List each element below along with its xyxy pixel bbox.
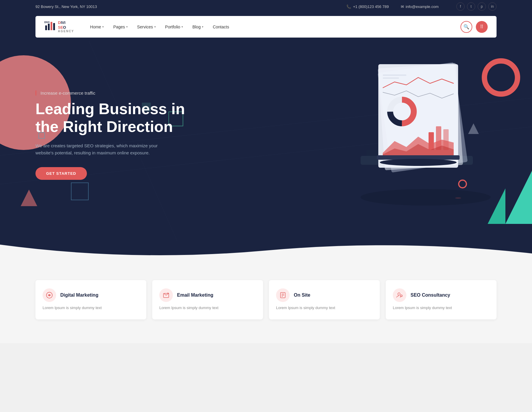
phone-number: +1 (800)123 456 789 [353, 4, 389, 9]
service-card-digital: Digital Marketing Lorem Ipsum is simply … [35, 280, 146, 319]
hero-illustration [343, 49, 508, 221]
search-button[interactable]: 🔍 [460, 21, 472, 33]
nav-pages[interactable]: Pages ▾ [109, 22, 132, 32]
svg-point-26 [49, 295, 50, 296]
seo-consultancy-icon [393, 288, 406, 302]
logo-text: DIVI SEO AGENCY [58, 20, 74, 33]
email-address: info@example.com [406, 4, 439, 9]
email-contact: ✉ info@example.com [401, 4, 439, 9]
pinterest-icon[interactable]: p [478, 2, 486, 11]
svg-point-32 [398, 293, 400, 295]
hero-section: Increase e-commerce traffic Leading Busi… [0, 41, 532, 242]
service-card-header-email: Email Marketing [159, 288, 256, 302]
get-started-button[interactable]: GET STARTED [35, 167, 87, 180]
nav-contacts[interactable]: Contacts [209, 22, 233, 32]
service-card-header-seo: SEO Consultancy [393, 288, 489, 302]
service-desc-email: Lorem Ipsum is simply dummy text [159, 305, 256, 311]
service-card-header-digital: Digital Marketing [43, 288, 139, 302]
chevron-down-icon: ▾ [102, 25, 104, 28]
search-icon: 🔍 [463, 24, 469, 30]
svg-rect-2 [51, 22, 52, 30]
facebook-icon[interactable]: f [456, 2, 465, 11]
header-wrapper: DIVI DIVI SEO AGENCY Home ▾ Pages ▾ Serv… [0, 13, 532, 41]
twitter-icon[interactable]: t [467, 2, 475, 11]
hero-eyebrow: Increase e-commerce traffic [35, 91, 189, 96]
chevron-down-icon: ▾ [126, 25, 128, 28]
chevron-down-icon: ▾ [202, 25, 203, 28]
instagram-icon[interactable]: in [488, 2, 497, 11]
services-grid: Digital Marketing Lorem Ipsum is simply … [35, 280, 497, 319]
service-title-digital: Digital Marketing [60, 293, 98, 298]
service-card-seo: SEO Consultancy Lorem Ipsum is simply du… [386, 280, 497, 319]
hero-square4 [71, 182, 89, 200]
service-card-header-onsite: On Site [276, 288, 373, 302]
service-desc-seo: Lorem Ipsum is simply dummy text [393, 305, 489, 311]
email-icon: ✉ [401, 4, 404, 9]
hero-subtitle: We are creates targeted SEO strategies, … [35, 142, 160, 156]
grid-icon: ⠿ [480, 24, 484, 30]
svg-point-25 [380, 159, 457, 166]
address: 92 Bowery St., New York, NY 10013 [35, 4, 97, 9]
svg-rect-3 [53, 23, 55, 30]
phone-contact: 📞 +1 (800)123 456 789 [346, 4, 389, 9]
svg-rect-1 [48, 24, 50, 30]
header: DIVI DIVI SEO AGENCY Home ▾ Pages ▾ Serv… [35, 16, 497, 38]
service-title-seo: SEO Consultancy [411, 293, 450, 298]
nav-blog[interactable]: Blog ▾ [188, 22, 207, 32]
nav-home[interactable]: Home ▾ [86, 22, 108, 32]
service-title-onsite: On Site [294, 293, 310, 298]
services-section: Digital Marketing Lorem Ipsum is simply … [0, 262, 532, 343]
social-icons: f t p in [456, 2, 497, 11]
service-desc-onsite: Lorem Ipsum is simply dummy text [276, 305, 373, 311]
main-nav: Home ▾ Pages ▾ Services ▾ Portfolio ▾ Bl… [86, 21, 488, 33]
chevron-down-icon: ▾ [181, 25, 183, 28]
svg-point-8 [361, 189, 491, 206]
nav-services[interactable]: Services ▾ [133, 22, 160, 32]
svg-rect-22 [383, 75, 406, 76]
svg-text:DIVI: DIVI [44, 21, 50, 24]
logo-icon: DIVI [44, 20, 56, 33]
hero-pink-triangle [21, 190, 37, 206]
grid-menu-button[interactable]: ⠿ [476, 21, 488, 33]
top-bar: 92 Bowery St., New York, NY 10013 📞 +1 (… [0, 0, 532, 13]
svg-rect-0 [45, 25, 47, 30]
chevron-down-icon: ▾ [154, 25, 156, 28]
nav-portfolio[interactable]: Portfolio ▾ [161, 22, 187, 32]
service-card-onsite: On Site Lorem Ipsum is simply dummy text [269, 280, 380, 319]
logo[interactable]: DIVI DIVI SEO AGENCY [44, 20, 74, 33]
digital-marketing-icon [43, 288, 56, 302]
hero-teal-triangle [505, 171, 532, 224]
service-title-email: Email Marketing [177, 293, 213, 298]
svg-rect-23 [383, 77, 399, 79]
wave-divider [0, 242, 532, 262]
hero-content: Increase e-commerce traffic Leading Busi… [35, 91, 189, 180]
hero-title: Leading Business in the Right Direction [35, 100, 189, 136]
phone-icon: 📞 [346, 4, 351, 9]
email-marketing-icon [159, 288, 173, 302]
onsite-icon [276, 288, 290, 302]
service-desc-digital: Lorem Ipsum is simply dummy text [43, 305, 139, 311]
service-card-email: Email Marketing Lorem Ipsum is simply du… [152, 280, 263, 319]
